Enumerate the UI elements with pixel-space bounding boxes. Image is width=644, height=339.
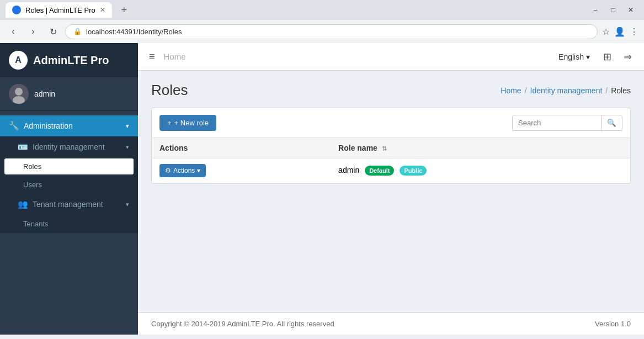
profile-icon[interactable]: 👤 <box>614 27 625 37</box>
sidebar-username: admin <box>34 89 55 98</box>
wrench-icon: 🔧 <box>9 121 19 131</box>
reload-button[interactable]: ↻ <box>45 24 61 39</box>
tab-title: Roles | AdminLTE Pro <box>25 6 95 14</box>
sidebar-submenu-admin: 🪪 Identity management ▾ Roles Users 👥 Te… <box>0 136 138 233</box>
role-name-text: admin <box>338 166 359 174</box>
language-selector[interactable]: English ▾ <box>554 50 594 63</box>
administration-label: Administration <box>24 121 73 130</box>
people-icon: 👥 <box>18 199 28 209</box>
table-cell-actions: ⚙ Actions ▾ <box>152 158 331 183</box>
table-cell-rolename: admin Default Public <box>331 158 630 183</box>
breadcrumb-identity[interactable]: Identity management <box>530 86 603 95</box>
identity-label: Identity management <box>33 142 105 151</box>
sort-icon: ⇅ <box>382 145 387 152</box>
dropdown-arrow-icon: ▾ <box>197 167 200 174</box>
main-content: ≡ Home English ▾ ⊞ ⇒ Roles Home / Identi… <box>138 43 644 335</box>
breadcrumb: Home / Identity management / Roles <box>501 86 631 95</box>
sidebar-user: admin <box>0 77 138 111</box>
sidebar-menu: 🔧 Administration ▾ 🪪 Identity management… <box>0 111 138 335</box>
plus-icon: + <box>167 119 172 127</box>
table-row: ⚙ Actions ▾ admin Default Public <box>152 158 630 183</box>
maximize-button[interactable]: □ <box>605 2 621 18</box>
browser-tab[interactable]: Roles | AdminLTE Pro ✕ <box>6 2 112 18</box>
footer-version: Version 1.0 <box>595 320 631 328</box>
gear-icon: ⚙ <box>165 167 171 174</box>
content-box: + + New role 🔍 Actions <box>151 108 631 184</box>
content-area: Roles Home / Identity management / Roles… <box>138 71 644 312</box>
chevron-down-icon-3: ▾ <box>126 201 129 208</box>
url-text: localhost:44391/Identity/Roles <box>86 28 182 36</box>
new-tab-button[interactable]: + <box>116 2 132 18</box>
brand-name: AdminLTE Pro <box>33 54 109 67</box>
new-role-button[interactable]: + + New role <box>159 115 216 131</box>
breadcrumb-current: Roles <box>611 86 631 95</box>
breadcrumb-sep-2: / <box>605 86 608 95</box>
language-label: English <box>558 52 584 61</box>
badge-default: Default <box>365 166 394 176</box>
back-button[interactable]: ‹ <box>6 24 21 39</box>
hamburger-button[interactable]: ≡ <box>147 49 157 65</box>
users-label: Users <box>23 181 42 189</box>
forward-button[interactable]: › <box>25 24 41 39</box>
sidebar-item-identity[interactable]: 🪪 Identity management ▾ <box>0 136 138 157</box>
sidebar: A AdminLTE Pro admin 🔧 Administration ▾ <box>0 43 138 335</box>
address-bar[interactable]: 🔒 localhost:44391/Identity/Roles <box>65 24 598 39</box>
close-window-button[interactable]: ✕ <box>623 2 638 18</box>
search-button[interactable]: 🔍 <box>601 115 622 130</box>
identity-icon: 🪪 <box>18 142 28 152</box>
new-role-label: + New role <box>174 119 209 127</box>
sidebar-brand: A AdminLTE Pro <box>0 43 138 77</box>
svg-point-1 <box>15 88 23 96</box>
page-header: Roles Home / Identity management / Roles <box>151 82 631 99</box>
menu-dots-icon[interactable]: ⋮ <box>630 27 638 37</box>
page-title: Roles <box>151 82 188 99</box>
grid-icon[interactable]: ⊞ <box>600 49 615 65</box>
sidebar-item-users[interactable]: Users <box>0 176 138 194</box>
roles-table: Actions Role name ⇅ ⚙ <box>152 137 630 183</box>
breadcrumb-sep-1: / <box>525 86 527 95</box>
sidebar-item-tenant[interactable]: 👥 Tenant management ▾ <box>0 194 138 215</box>
tab-favicon <box>12 6 21 14</box>
col-rolename[interactable]: Role name ⇅ <box>331 138 630 158</box>
tenant-label: Tenant management <box>33 200 103 209</box>
sidebar-item-roles[interactable]: Roles <box>4 158 134 174</box>
lock-icon: 🔒 <box>73 28 82 35</box>
chevron-down-icon: ▾ <box>126 123 129 130</box>
footer: Copyright © 2014-2019 AdminLTE Pro. All … <box>138 312 644 335</box>
close-tab-button[interactable]: ✕ <box>100 6 105 14</box>
search-icon: 🔍 <box>607 119 616 127</box>
search-box: 🔍 <box>512 115 622 131</box>
bookmark-icon[interactable]: ☆ <box>602 27 610 37</box>
brand-logo: A <box>9 51 28 70</box>
search-input[interactable] <box>513 115 601 130</box>
col-actions: Actions <box>152 138 331 158</box>
tenants-label: Tenants <box>23 220 49 228</box>
topbar-home-link[interactable]: Home <box>164 52 186 61</box>
footer-copyright: Copyright © 2014-2019 AdminLTE Pro. All … <box>151 320 334 328</box>
minimize-button[interactable]: – <box>588 2 603 18</box>
actions-button[interactable]: ⚙ Actions ▾ <box>159 164 206 177</box>
sidebar-submenu-tenant: Tenants <box>0 215 138 233</box>
logout-icon[interactable]: ⇒ <box>620 49 635 65</box>
content-box-toolbar: + + New role 🔍 <box>152 108 630 137</box>
topbar: ≡ Home English ▾ ⊞ ⇒ <box>138 43 644 71</box>
avatar <box>9 84 29 104</box>
chevron-down-icon-2: ▾ <box>126 144 129 151</box>
actions-label: Actions <box>173 167 195 174</box>
sidebar-item-administration[interactable]: 🔧 Administration ▾ <box>0 115 138 136</box>
chevron-down-icon-lang: ▾ <box>586 52 590 61</box>
roles-label: Roles <box>23 162 41 171</box>
breadcrumb-home[interactable]: Home <box>501 86 521 95</box>
sidebar-submenu-identity: Roles Users <box>0 158 138 194</box>
sidebar-item-tenants[interactable]: Tenants <box>0 215 138 233</box>
badge-public: Public <box>400 166 427 176</box>
